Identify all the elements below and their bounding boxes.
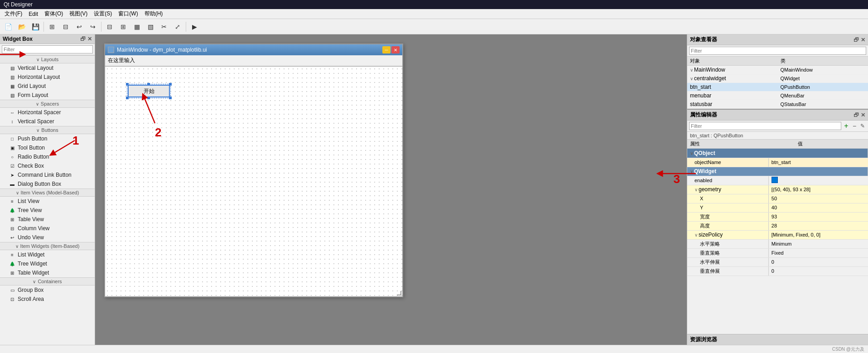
menu-file[interactable]: 文件(F)	[2, 9, 25, 19]
prop-row-enabled[interactable]: enabled	[687, 176, 868, 185]
toolbar-layout-horiz[interactable]: ⊟	[103, 20, 116, 33]
grid-layout-icon: ▦	[9, 83, 15, 89]
menu-edit[interactable]: Edit	[26, 10, 41, 18]
prop-close-icon[interactable]: ✕	[861, 112, 865, 118]
prop-row-vpolicy[interactable]: 垂直策略 Fixed	[687, 248, 868, 257]
toolbar-adjust-size[interactable]: ⤢	[171, 20, 184, 33]
prop-hstretch-value[interactable]: 0	[768, 257, 868, 266]
prop-row-width[interactable]: 宽度 93	[687, 212, 868, 221]
sizepolicy-expand-icon[interactable]: ∨	[694, 232, 698, 237]
menu-view[interactable]: 视图(V)	[67, 9, 90, 19]
widget-horizontal-spacer[interactable]: ↔ Horizontal Spacer	[0, 108, 95, 117]
obj-close-icon[interactable]: ✕	[861, 37, 865, 43]
qwidget-expand-icon[interactable]: ∨	[690, 169, 693, 174]
widget-grid-layout[interactable]: ▦ Grid Layout	[0, 82, 95, 91]
widget-radio-button[interactable]: ○ Radio Button	[0, 152, 95, 161]
obj-filter-input[interactable]	[689, 47, 866, 55]
toolbar-open[interactable]: 📂	[15, 20, 28, 33]
prop-row-objectname[interactable]: objectName btn_start	[687, 158, 868, 167]
menu-form[interactable]: 窗体(O)	[42, 9, 66, 19]
prop-row-y[interactable]: Y 40	[687, 203, 868, 212]
widget-list-view[interactable]: ≡ List View	[0, 197, 95, 206]
widget-vertical-layout[interactable]: ▤ Vertical Layout	[0, 63, 95, 73]
widget-table-widget[interactable]: ⊞ Table Widget	[0, 268, 95, 277]
widget-table-view[interactable]: ⊞ Table View	[0, 215, 95, 224]
prop-enabled-value[interactable]	[768, 176, 868, 185]
prop-edit-icon[interactable]: ✎	[859, 122, 866, 130]
widget-group-box[interactable]: ▭ Group Box	[0, 285, 95, 295]
prop-row-x[interactable]: X 50	[687, 194, 868, 203]
prop-add-icon[interactable]: +	[843, 122, 850, 130]
category-item-views[interactable]: Item Views (Model-Based)	[0, 189, 95, 197]
prop-vpolicy-value[interactable]: Fixed	[768, 248, 868, 257]
widget-scroll-area[interactable]: ⊡ Scroll Area	[0, 295, 95, 304]
prop-row-height[interactable]: 高度 28	[687, 221, 868, 230]
enabled-checkbox[interactable]	[772, 177, 778, 183]
widget-filter-input[interactable]	[2, 45, 93, 53]
prop-y-value[interactable]: 40	[768, 203, 868, 212]
widget-tree-view[interactable]: 🌲 Tree View	[0, 206, 95, 215]
prop-width-value[interactable]: 93	[768, 212, 868, 221]
toolbar-save[interactable]: 💾	[29, 20, 42, 33]
prop-float-icon[interactable]: 🗗	[854, 112, 859, 118]
toolbar-preview[interactable]: ▶	[188, 20, 201, 33]
menu-window[interactable]: 窗口(W)	[116, 9, 140, 19]
toolbar-layout-vert[interactable]: ⊞	[117, 20, 130, 33]
toolbar-layout-form[interactable]: ▧	[144, 20, 157, 33]
prop-height-value[interactable]: 28	[768, 221, 868, 230]
category-buttons[interactable]: Buttons	[0, 126, 95, 134]
widget-form-layout[interactable]: ▧ Form Layout	[0, 91, 95, 100]
prop-row-hstretch[interactable]: 水平伸展 0	[687, 257, 868, 266]
prop-filter-input[interactable]	[689, 122, 841, 130]
widget-vertical-spacer[interactable]: ↕ Vertical Spacer	[0, 117, 95, 126]
widget-box-close-icon[interactable]: ✕	[87, 36, 92, 42]
widget-tree-widget[interactable]: 🌲 Tree Widget	[0, 259, 95, 268]
widget-tool-button[interactable]: ▣ Tool Button	[0, 143, 95, 152]
menu-settings[interactable]: 设置(S)	[91, 9, 115, 19]
obj-row-menubar[interactable]: menubar QMenuBar	[687, 92, 868, 100]
prop-objectname-value[interactable]: btn_start	[768, 158, 868, 167]
menu-help[interactable]: 帮助(H)	[142, 9, 166, 19]
prop-x-value[interactable]: 50	[768, 194, 868, 203]
category-layouts[interactable]: Layouts	[0, 55, 95, 63]
toolbar-new[interactable]: 📄	[2, 20, 14, 33]
toolbar-copy-form[interactable]: ⊞	[46, 20, 58, 33]
toolbar-layout-grid[interactable]: ▦	[130, 20, 143, 33]
obj-row-mainwindow[interactable]: ∨MainWindow QMainWindow	[687, 66, 868, 74]
widget-list-widget[interactable]: ≡ List Widget	[0, 250, 95, 259]
widget-undo-view[interactable]: ↩ Undo View	[0, 233, 95, 242]
widget-dialog-button-box[interactable]: ▬ Dialog Button Box	[0, 179, 95, 189]
toolbar-redo[interactable]: ↪	[87, 20, 99, 33]
widget-horizontal-layout[interactable]: ▥ Horizontal Layout	[0, 73, 95, 82]
window-body[interactable]: 开始	[105, 66, 402, 296]
category-spacers[interactable]: Spacers	[0, 100, 95, 108]
prop-remove-icon[interactable]: −	[851, 122, 858, 130]
prop-vstretch-value[interactable]: 0	[768, 266, 868, 276]
toolbar-undo[interactable]: ↩	[73, 20, 86, 33]
annotation-number-2: 2	[155, 126, 161, 140]
prop-row-vstretch[interactable]: 垂直伸展 0	[687, 266, 868, 276]
window-close-btn[interactable]: ✕	[391, 46, 400, 53]
canvas-button[interactable]: 开始	[128, 85, 170, 97]
widget-box-float-icon[interactable]: 🗗	[80, 36, 86, 42]
widget-command-link-button[interactable]: ➤ Command Link Button	[0, 170, 95, 179]
widget-push-button[interactable]: □ Push Button	[0, 134, 95, 143]
widget-check-box[interactable]: ☑ Check Box	[0, 161, 95, 170]
obj-row-statusbar[interactable]: statusbar QStatusBar	[687, 100, 868, 109]
toolbar-paste-form[interactable]: ⊟	[59, 20, 72, 33]
obj-row-btnstart[interactable]: btn_start QPushButton	[687, 83, 868, 92]
category-containers[interactable]: Containers	[0, 277, 95, 285]
prop-row-sizepolicy[interactable]: ∨sizePolicy [Minimum, Fixed, 0, 0]	[687, 230, 868, 239]
toolbar-break-layout[interactable]: ✂	[158, 20, 170, 33]
obj-row-centralwidget[interactable]: ∨centralwidget QWidget	[687, 74, 868, 83]
qobject-expand-icon[interactable]: ∨	[690, 151, 693, 156]
category-item-widgets[interactable]: Item Widgets (Item-Based)	[0, 242, 95, 250]
widget-column-view[interactable]: ⊟ Column View	[0, 224, 95, 233]
prop-hpolicy-value[interactable]: Minimum	[768, 239, 868, 248]
prop-row-hpolicy[interactable]: 水平策略 Minimum	[687, 239, 868, 248]
resize-handle[interactable]	[397, 291, 401, 295]
geometry-expand-icon[interactable]: ∨	[694, 187, 698, 192]
prop-row-geometry[interactable]: ∨geometry [(50, 40), 93 x 28]	[687, 185, 868, 194]
obj-float-icon[interactable]: 🗗	[854, 37, 859, 43]
window-minimize-btn[interactable]: ─	[382, 46, 391, 53]
